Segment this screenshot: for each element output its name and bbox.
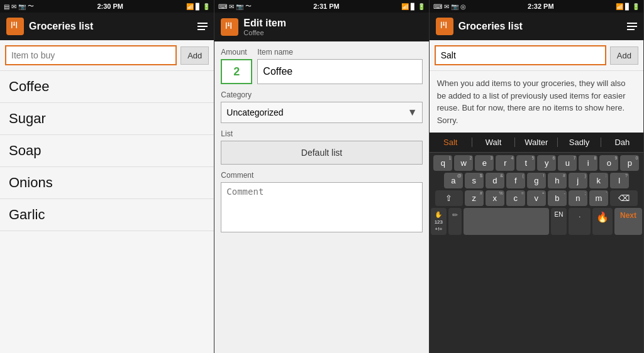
key-row-3: ⇧ #z %x =c +v -b ;n 'm ⌫ bbox=[431, 190, 642, 206]
battery-icon: 🔋 bbox=[203, 3, 210, 10]
search-row-1: Add bbox=[0, 40, 214, 71]
battery-icon-2: 🔋 bbox=[418, 3, 425, 10]
period-key[interactable]: . bbox=[569, 208, 591, 235]
key-x[interactable]: %x bbox=[486, 190, 504, 206]
list-item[interactable]: Soap bbox=[0, 135, 214, 167]
camera-icon-2: 📷 bbox=[236, 3, 243, 10]
svg-rect-5 bbox=[228, 23, 230, 26]
key-v[interactable]: +v bbox=[527, 190, 546, 206]
key-g[interactable]: !g bbox=[527, 173, 546, 188]
filter-icon-3[interactable] bbox=[627, 23, 637, 30]
key-2[interactable]: 2w bbox=[454, 155, 473, 171]
svg-rect-1 bbox=[14, 22, 15, 25]
key-c[interactable]: =c bbox=[506, 190, 525, 206]
edit-content: Amount Item name Category Uncategorized … bbox=[214, 41, 428, 353]
pencil-key[interactable]: ✏ bbox=[448, 208, 462, 235]
list-item[interactable]: Coffee bbox=[0, 71, 214, 103]
fork-spoon-icon-2 bbox=[224, 21, 235, 33]
suggestion-item[interactable]: Dah bbox=[601, 135, 643, 149]
signal-icon: ▊ bbox=[196, 3, 201, 10]
app-title-3: Groceries list bbox=[458, 21, 627, 32]
list-item[interactable]: Onions bbox=[0, 167, 214, 199]
amount-input[interactable] bbox=[221, 59, 252, 84]
category-select[interactable]: Uncategorized Fruits Vegetables Dairy bbox=[221, 102, 422, 123]
key-8[interactable]: 8i bbox=[579, 155, 597, 171]
key-s[interactable]: $s bbox=[465, 173, 484, 188]
key-m[interactable]: 'm bbox=[589, 190, 608, 206]
svg-rect-10 bbox=[445, 22, 447, 29]
app-titles-2: Edit item Coffee bbox=[243, 18, 422, 36]
suggestion-item[interactable]: Salt bbox=[430, 135, 472, 149]
key-d[interactable]: &d bbox=[486, 173, 504, 188]
key-row-numbers: 1q 2w 3e 4r 5t 6y 7u 8i 9o 0p bbox=[431, 155, 642, 171]
list-item[interactable]: Garlic bbox=[0, 199, 214, 231]
status-left-icons-2: ⌨ ✉ 📷 〜 bbox=[218, 2, 252, 11]
list-button[interactable]: Default list bbox=[221, 141, 422, 165]
search-input-1[interactable] bbox=[5, 45, 177, 65]
category-select-wrapper: Uncategorized Fruits Vegetables Dairy ▼ bbox=[221, 102, 422, 123]
svg-rect-3 bbox=[13, 24, 15, 26]
key-l[interactable]: ?l bbox=[610, 173, 629, 188]
key-0[interactable]: 0p bbox=[620, 155, 639, 171]
panel-edit-item: ⌨ ✉ 📷 〜 2:31 PM 📶 ▊ 🔋 Edit item Coffee bbox=[214, 0, 429, 353]
keyboard-icon: ⌨ bbox=[218, 3, 227, 10]
add-button-3[interactable]: Add bbox=[610, 46, 638, 65]
signal-icon-3: ▊ bbox=[625, 3, 630, 10]
next-key[interactable]: Next bbox=[614, 208, 642, 235]
key-5[interactable]: 5t bbox=[516, 155, 535, 171]
panel-groceries-list-2: ⌨ ✉ 📷 ◎ 2:32 PM 📶 ▊ 🔋 Groceries list bbox=[430, 0, 644, 353]
app-bar-1: Groceries list bbox=[0, 13, 214, 40]
fork-spoon-icon bbox=[9, 21, 21, 32]
svg-rect-6 bbox=[231, 23, 232, 30]
shift-key[interactable]: ⇧ bbox=[435, 190, 463, 206]
key-h[interactable]: #h bbox=[548, 173, 567, 188]
key-7[interactable]: 7u bbox=[558, 155, 577, 171]
key-k[interactable]: :k bbox=[589, 173, 608, 188]
list-item[interactable]: Sugar bbox=[0, 103, 214, 135]
suggestion-item[interactable]: Sadly bbox=[558, 135, 600, 149]
item-name-input[interactable] bbox=[257, 59, 422, 84]
key-j[interactable]: )j bbox=[569, 173, 587, 188]
key-row-2: @a $s &d (f !g #h )j :k ?l bbox=[431, 173, 642, 188]
app-logo-2 bbox=[221, 18, 238, 36]
symbols-key[interactable]: ✋123+!= bbox=[431, 208, 447, 235]
key-z[interactable]: #z bbox=[465, 190, 484, 206]
key-1[interactable]: 1q bbox=[433, 155, 452, 171]
item-name-box: Item name bbox=[257, 48, 422, 84]
amount-box: Amount bbox=[221, 48, 252, 84]
svg-rect-0 bbox=[11, 22, 13, 29]
sim-icon: ▤ bbox=[4, 3, 9, 10]
key-9[interactable]: 9o bbox=[599, 155, 618, 171]
key-b[interactable]: -b bbox=[548, 190, 567, 206]
suggestions-row: Salt Walt Walter Sadly Dah bbox=[430, 133, 643, 153]
lang-key[interactable]: EN bbox=[551, 208, 567, 235]
wifi-icon-2: 📶 bbox=[401, 3, 409, 10]
key-f[interactable]: (f bbox=[506, 173, 525, 188]
key-4[interactable]: 4r bbox=[496, 155, 514, 171]
key-6[interactable]: 6y bbox=[537, 155, 556, 171]
app-bar-3: Groceries list bbox=[430, 13, 643, 40]
key-n[interactable]: ;n bbox=[569, 190, 587, 206]
app-title-1: Groceries list bbox=[29, 21, 197, 32]
svg-rect-4 bbox=[226, 23, 227, 30]
svg-rect-7 bbox=[228, 25, 230, 26]
status-time-3: 2:32 PM bbox=[528, 3, 554, 10]
filter-icon-1[interactable] bbox=[197, 23, 208, 30]
status-right-icons-2: 📶 ▊ 🔋 bbox=[401, 3, 425, 10]
swipe-key[interactable]: 🔥 bbox=[592, 208, 613, 235]
eye-icon: ◎ bbox=[460, 3, 466, 10]
suggestion-item[interactable]: Walter bbox=[515, 135, 557, 149]
space-key[interactable] bbox=[464, 208, 548, 235]
svg-rect-9 bbox=[443, 22, 444, 25]
signal-icon-2: ▊ bbox=[411, 3, 416, 10]
grocery-list: Coffee Sugar Soap Onions Garlic bbox=[0, 71, 214, 353]
add-button-1[interactable]: Add bbox=[180, 46, 209, 65]
search-input-3[interactable] bbox=[435, 45, 606, 65]
backspace-key[interactable]: ⌫ bbox=[610, 190, 638, 206]
misc-icon: 〜 bbox=[28, 2, 34, 11]
status-bar-3: ⌨ ✉ 📷 ◎ 2:32 PM 📶 ▊ 🔋 bbox=[430, 0, 643, 13]
comment-input[interactable] bbox=[221, 182, 422, 232]
key-a[interactable]: @a bbox=[444, 173, 463, 188]
suggestion-item[interactable]: Walt bbox=[472, 135, 514, 149]
key-3[interactable]: 3e bbox=[475, 155, 494, 171]
